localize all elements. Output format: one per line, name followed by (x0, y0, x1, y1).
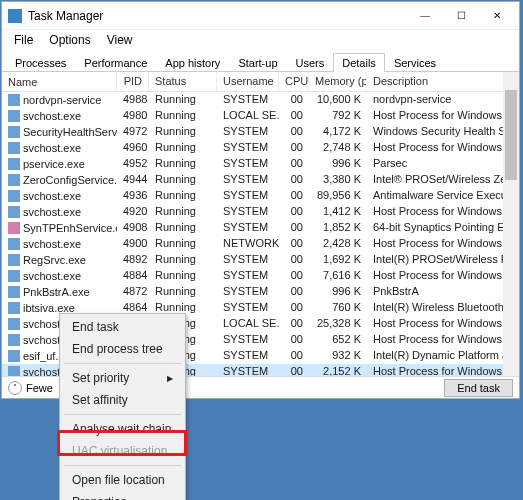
col-pid[interactable]: PID (117, 72, 149, 91)
cell-mem: 932 K (309, 348, 367, 364)
menu-item-label: Open file location (72, 473, 165, 487)
cell-user: LOCAL SE... (217, 108, 279, 124)
cell-mem: 4,172 K (309, 124, 367, 140)
vertical-scrollbar[interactable] (503, 72, 519, 376)
cell-name: svchost.exe (23, 238, 81, 250)
cell-mem: 7,616 K (309, 268, 367, 284)
tab-details[interactable]: Details (333, 53, 385, 72)
table-row[interactable]: svchost.exe4960RunningSYSTEM002,748 KHos… (2, 140, 519, 156)
table-row[interactable]: svchost.exe4936RunningSYSTEM0089,956 KAn… (2, 188, 519, 204)
cell-mem: 652 K (309, 332, 367, 348)
col-name[interactable]: Name (2, 72, 117, 91)
col-status[interactable]: Status (149, 72, 217, 91)
menu-item-set-affinity[interactable]: Set affinity (62, 389, 183, 411)
process-icon (8, 254, 20, 266)
close-button[interactable]: ✕ (479, 3, 515, 29)
titlebar: Task Manager — ☐ ✕ (2, 2, 519, 30)
process-icon (8, 334, 20, 346)
table-row[interactable]: svchost.exe4920RunningSYSTEM001,412 KHos… (2, 204, 519, 220)
cell-desc: Host Process for Windows Services (367, 316, 519, 332)
process-icon (8, 238, 20, 250)
cell-mem: 3,380 K (309, 172, 367, 188)
menu-view[interactable]: View (99, 31, 141, 49)
cell-desc: Host Process for Windows Services (367, 108, 519, 124)
process-icon (8, 302, 20, 314)
cell-name: svchost.exe (23, 142, 81, 154)
table-row[interactable]: pservice.exe4952RunningSYSTEM00996 KPars… (2, 156, 519, 172)
cell-user: SYSTEM (217, 124, 279, 140)
menu-item-end-task[interactable]: End task (62, 316, 183, 338)
tab-startup[interactable]: Start-up (229, 53, 286, 72)
menu-item-label: Analyse wait chain (72, 422, 171, 436)
tab-processes[interactable]: Processes (6, 53, 75, 72)
col-cpu[interactable]: CPU (279, 72, 309, 91)
cell-status: Running (149, 188, 217, 204)
menu-item-properties[interactable]: Properties (62, 491, 183, 500)
window-title: Task Manager (28, 9, 407, 23)
chevron-up-icon[interactable]: ˄ (8, 381, 22, 395)
menu-item-open-file-location[interactable]: Open file location (62, 469, 183, 491)
col-description[interactable]: Description (367, 72, 519, 91)
cell-pid: 4960 (117, 140, 149, 156)
menu-item-set-priority[interactable]: Set priority▶ (62, 367, 183, 389)
cell-mem: 2,152 K (309, 364, 367, 376)
process-icon (8, 142, 20, 154)
table-row[interactable]: svchost.exe4900RunningNETWORK...002,428 … (2, 236, 519, 252)
cell-pid: 4980 (117, 108, 149, 124)
cell-name: PnkBstrA.exe (23, 286, 90, 298)
tab-services[interactable]: Services (385, 53, 445, 72)
end-task-button[interactable]: End task (444, 379, 513, 397)
menu-options[interactable]: Options (41, 31, 98, 49)
cell-desc: PnkBstrA (367, 284, 519, 300)
cell-pid: 4920 (117, 204, 149, 220)
cell-mem: 1,852 K (309, 220, 367, 236)
cell-user: LOCAL SE... (217, 316, 279, 332)
cell-name: RegSrvc.exe (23, 254, 86, 266)
table-row[interactable]: nordvpn-service4988RunningSYSTEM0010,600… (2, 92, 519, 108)
chevron-right-icon: ▶ (167, 374, 173, 383)
maximize-button[interactable]: ☐ (443, 3, 479, 29)
cell-cpu: 00 (279, 188, 309, 204)
cell-cpu: 00 (279, 156, 309, 172)
context-menu: End taskEnd process treeSet priority▶Set… (59, 313, 186, 500)
cell-user: SYSTEM (217, 300, 279, 316)
process-icon (8, 190, 20, 202)
cell-cpu: 00 (279, 236, 309, 252)
cell-user: SYSTEM (217, 188, 279, 204)
table-row[interactable]: svchost.exe4980RunningLOCAL SE...00792 K… (2, 108, 519, 124)
fewer-details-label[interactable]: Fewe (26, 382, 53, 394)
table-row[interactable]: PnkBstrA.exe4872RunningSYSTEM00996 KPnkB… (2, 284, 519, 300)
cell-user: SYSTEM (217, 364, 279, 376)
cell-status: Running (149, 220, 217, 236)
table-row[interactable]: ZeroConfigService.exe4944RunningSYSTEM00… (2, 172, 519, 188)
menu-item-end-process-tree[interactable]: End process tree (62, 338, 183, 360)
cell-cpu: 00 (279, 316, 309, 332)
scrollbar-thumb[interactable] (505, 90, 517, 180)
table-row[interactable]: SynTPEnhService.exe4908RunningSYSTEM001,… (2, 220, 519, 236)
tab-users[interactable]: Users (287, 53, 334, 72)
cell-user: SYSTEM (217, 204, 279, 220)
cell-pid: 4988 (117, 92, 149, 108)
menu-item-analyse-wait-chain[interactable]: Analyse wait chain (62, 418, 183, 440)
table-row[interactable]: svchost.exe4884RunningSYSTEM007,616 KHos… (2, 268, 519, 284)
cell-status: Running (149, 172, 217, 188)
process-icon (8, 206, 20, 218)
cell-status: Running (149, 156, 217, 172)
col-memory[interactable]: Memory (p... (309, 72, 367, 91)
table-row[interactable]: RegSrvc.exe4892RunningSYSTEM001,692 KInt… (2, 252, 519, 268)
cell-desc: 64-bit Synaptics Pointing Enhance Ser... (367, 220, 519, 236)
tab-app-history[interactable]: App history (156, 53, 229, 72)
process-icon (8, 350, 20, 362)
table-row[interactable]: SecurityHealthService4972RunningSYSTEM00… (2, 124, 519, 140)
process-icon (8, 94, 20, 106)
cell-mem: 10,600 K (309, 92, 367, 108)
minimize-button[interactable]: — (407, 3, 443, 29)
cell-status: Running (149, 204, 217, 220)
cell-user: SYSTEM (217, 92, 279, 108)
tab-performance[interactable]: Performance (75, 53, 156, 72)
cell-desc: Host Process for Windows Services (367, 140, 519, 156)
col-username[interactable]: Username (217, 72, 279, 91)
cell-name: svchost.exe (23, 206, 81, 218)
cell-pid: 4944 (117, 172, 149, 188)
menu-file[interactable]: File (6, 31, 41, 49)
